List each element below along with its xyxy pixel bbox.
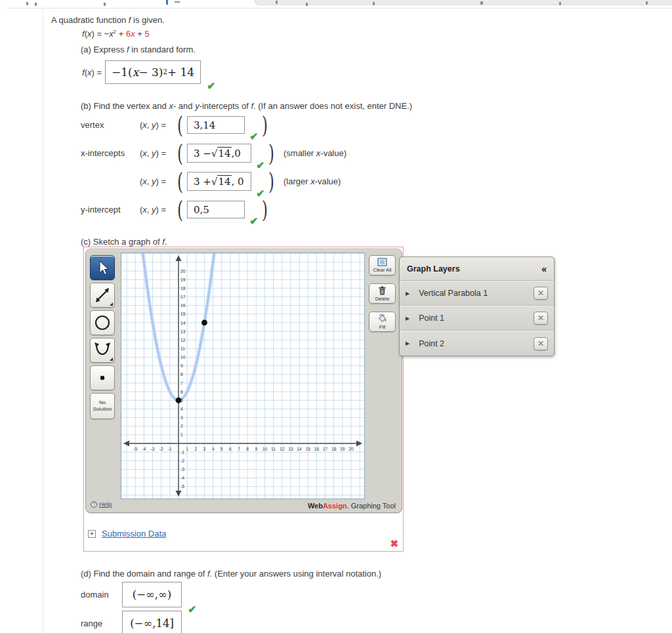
expand-icon[interactable]: ▶ [406,316,410,321]
branding-web: Web [308,502,323,510]
part-a-answer-row: f(x) = −1(x − 3)2 + 14 ✔ [82,60,201,84]
correct-check-icon: ✔ [207,80,216,92]
layer-label: Vertical Parabola 1 [419,289,534,298]
layer-label: Point 1 [419,314,534,323]
toolbar-fragment [373,2,375,5]
svg-text:1: 1 [180,432,183,437]
close-paren: ) [268,140,274,166]
tool-variants-corner-icon [110,357,113,361]
correct-check-icon: ✔ [188,603,196,615]
point-tool-button[interactable] [90,365,115,390]
close-paren: ) [262,112,268,138]
svg-text:16: 16 [180,303,186,308]
row-label: x-intercepts [81,148,140,158]
svg-text:4: 4 [212,447,215,451]
graph-canvas[interactable]: -5-4-3-2-1123456789101112131415161718192… [121,253,364,499]
webassign-question-page: A quadratic function f is given. f(x) = … [0,0,672,633]
no-solution-button[interactable]: No Solution [90,393,115,419]
collapse-panel-icon[interactable]: « [541,264,547,274]
part-a-answer-input[interactable]: −1(x − 3)2 + 14 [105,60,201,84]
fill-button[interactable]: Fill [369,312,396,332]
open-paren: ( [177,197,183,222]
close-paren: ) [268,169,274,194]
expand-icon[interactable]: ▶ [406,291,410,296]
svg-text:18: 18 [331,447,337,451]
delete-layer-button[interactable]: ✕ [534,312,548,325]
larger-x-value-note: (larger x-value) [284,176,341,186]
svg-text:4: 4 [180,407,183,411]
svg-text:12: 12 [180,338,186,342]
submission-data-row: + Submission Data [88,529,166,539]
delete-button[interactable]: Delete [369,283,396,304]
layer-row-vertical-parabola-1[interactable]: ▶ Vertical Parabola 1 ✕ [400,281,554,306]
divider [8,8,672,9]
delete-layer-button[interactable]: ✕ [534,337,548,350]
svg-text:10: 10 [262,447,268,451]
domain-answer-input[interactable]: (−∞,∞) [122,582,182,607]
open-paren: ( [177,112,183,138]
svg-text:-1: -1 [180,450,184,455]
expand-icon[interactable]: ▶ [406,340,410,346]
trash-icon [377,286,387,295]
layer-label: Point 2 [419,339,534,348]
line-tool-button[interactable] [90,283,115,308]
svg-text:20: 20 [180,269,186,274]
y-intercept-answer-row: y-intercept (x, y) = ( 0,5 ✔ ) [81,199,268,220]
x-intercept-2-answer-row: (x, y) = ( 3 + √14 , 0 ✔ ) (larger x-val… [81,171,341,192]
delete-label: Delete [375,296,390,302]
expand-plus-icon[interactable]: + [88,530,96,538]
fill-label: Fill [379,324,386,330]
help-link[interactable]: ? Help [91,500,112,508]
cursor-arrow-icon [93,258,112,277]
svg-text:5: 5 [220,447,223,451]
smaller-x-value-note: (smaller x-value) [284,148,346,158]
domain-answer-row: domain (−∞,∞) ✔ [81,581,182,608]
clear-all-icon [377,258,387,266]
toolbar-fragment [480,1,483,5]
svg-text:-4: -4 [142,447,146,451]
svg-text:-1: -1 [168,447,172,451]
select-tool-button[interactable] [90,255,115,280]
toolbar-fragment [175,1,180,3]
svg-text:2: 2 [180,424,183,428]
layer-row-point-1[interactable]: ▶ Point 1 ✕ [400,306,554,331]
svg-text:-2: -2 [159,447,163,451]
svg-text:18: 18 [180,286,186,291]
layer-row-point-2[interactable]: ▶ Point 2 ✕ [400,331,554,356]
circle-tool-button[interactable] [90,310,115,335]
svg-text:-3: -3 [180,467,184,472]
x-intercept-2-answer-input[interactable]: 3 + √14 , 0 [187,172,251,191]
graphing-tool: No Solution ? Help -5-4-3-2-112345678910… [85,249,402,513]
x-intercept-1-answer-row: x-intercepts (x, y) = ( 3 − √14 ,0 ✔ ) (… [81,143,346,163]
toolbar-fragment [166,0,168,5]
cropped-toolbar-pill [255,0,672,5]
xy-equals-label: (x, y) = [140,205,177,214]
parabola-tool-button[interactable] [90,338,115,363]
y-intercept-answer-input[interactable]: 0,5 [187,201,245,218]
x-intercept-1-answer-input[interactable]: 3 − √14 ,0 [187,144,251,163]
range-answer-input[interactable]: (−∞,14] [122,611,182,633]
delete-layer-button[interactable]: ✕ [534,287,548,300]
toolbar-fragment [559,2,561,5]
branding-assign: Assign. [323,502,349,510]
question-intro: A quadratic function f is given. [51,15,165,25]
svg-text:12: 12 [280,447,285,451]
webassign-branding: WebAssign. Graphing Tool [308,502,396,510]
submission-data-link[interactable]: Submission Data [102,529,166,539]
vertex-answer-input[interactable]: 3,14 [187,116,245,134]
svg-text:-5: -5 [180,484,184,489]
incorrect-x-icon: ✖ [390,538,398,550]
svg-text:17: 17 [323,447,328,451]
part-a-prefix: f(x) = [82,68,102,77]
svg-text:9: 9 [180,363,183,368]
svg-text:3: 3 [203,447,206,451]
svg-text:11: 11 [180,346,185,351]
range-answer-row: range (−∞,14] ✔ [81,610,182,633]
row-label: vertex [81,120,140,130]
xy-equals-label: (x, y) = [140,148,177,158]
svg-text:13: 13 [180,329,186,334]
correct-check-icon: ✔ [249,131,258,142]
clear-all-button[interactable]: Clear All [369,255,396,276]
svg-text:13: 13 [288,447,293,451]
branding-suffix: Graphing Tool [349,502,396,510]
